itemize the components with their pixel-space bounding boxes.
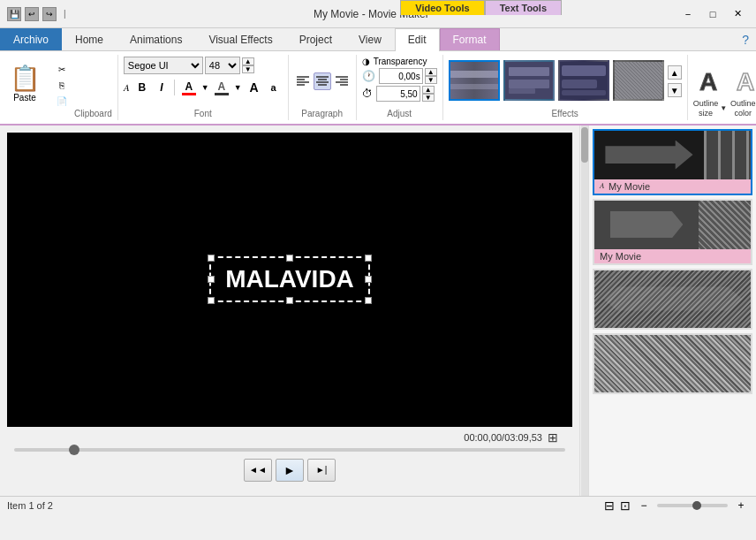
handle-bottom-left[interactable] bbox=[208, 297, 215, 304]
close-button[interactable]: ✕ bbox=[726, 5, 749, 23]
minimize-button[interactable]: − bbox=[677, 5, 699, 23]
effect-item-4[interactable] bbox=[613, 60, 664, 101]
font-size-spinners: ▲ ▼ bbox=[242, 57, 254, 73]
help-icon[interactable]: ? bbox=[742, 33, 749, 47]
text-selection-box[interactable]: MALAVIDA bbox=[209, 256, 370, 302]
font-outline-dropdown[interactable]: ▼ bbox=[234, 83, 242, 92]
handle-top-right[interactable] bbox=[365, 255, 372, 262]
font-size-down[interactable]: ▼ bbox=[242, 65, 254, 73]
thumbnail-item-1[interactable]: 𝐴 My Movie bbox=[593, 129, 752, 195]
outline-size-button[interactable]: A bbox=[694, 60, 726, 99]
effect-preview-1 bbox=[450, 62, 498, 99]
zoom-slider[interactable] bbox=[657, 504, 728, 507]
paste-button[interactable]: 📋 Paste bbox=[5, 58, 44, 108]
align-right-button[interactable] bbox=[333, 72, 351, 90]
handle-bottom-middle[interactable] bbox=[286, 297, 293, 304]
effects-next[interactable]: ▼ bbox=[668, 83, 682, 97]
time1-down[interactable]: ▼ bbox=[425, 76, 437, 84]
time1-up[interactable]: ▲ bbox=[425, 68, 437, 76]
save-icon[interactable]: 💾 bbox=[7, 7, 21, 21]
bold-button[interactable]: B bbox=[133, 79, 151, 96]
zoom-in-button[interactable]: + bbox=[733, 498, 749, 513]
effects-prev[interactable]: ▲ bbox=[668, 65, 682, 80]
cut-button[interactable]: ✂ bbox=[49, 62, 74, 76]
effect-item-1[interactable] bbox=[449, 60, 500, 101]
increase-font-button[interactable]: A bbox=[246, 79, 263, 96]
copy-button[interactable]: ⎘ bbox=[49, 78, 74, 92]
next-frame-button[interactable]: ►| bbox=[307, 459, 336, 482]
time-display: 00:00,00/03:09,53 ⊞ bbox=[14, 430, 565, 445]
outline-size-icon: A bbox=[696, 62, 724, 97]
outline-size-dropdown[interactable]: ▼ bbox=[720, 104, 727, 113]
status-right: ⊟ ⊡ − + bbox=[604, 498, 749, 513]
prev-frame-button[interactable]: ◄◄ bbox=[244, 459, 272, 482]
paste-icon: 📋 bbox=[10, 64, 41, 93]
thumbnail-item-4[interactable] bbox=[593, 333, 752, 394]
video-tools-tab[interactable]: Video Tools bbox=[400, 0, 484, 15]
window-controls: − □ ✕ bbox=[677, 5, 749, 23]
thumbnail-item-3[interactable] bbox=[593, 269, 752, 330]
tab-home[interactable]: Home bbox=[62, 28, 117, 50]
handle-bottom-right[interactable] bbox=[365, 297, 372, 304]
align-center-button[interactable] bbox=[314, 72, 331, 90]
scrollbar-thumb[interactable] bbox=[581, 127, 588, 163]
paste-special-button[interactable]: 📄 bbox=[49, 94, 74, 108]
font-format-row: 𝐴 B I A ▼ A ▼ A a bbox=[124, 79, 283, 96]
clipboard-group: 📋 Paste ✂ ⎘ 📄 Clipboard bbox=[0, 55, 118, 120]
svg-rect-17 bbox=[509, 80, 549, 88]
handle-middle-right[interactable] bbox=[365, 276, 372, 283]
scrubber[interactable] bbox=[14, 448, 565, 452]
transparency-label: Transparency bbox=[374, 57, 427, 66]
tab-format[interactable]: Format bbox=[440, 28, 500, 50]
outline-color-button[interactable]: A bbox=[731, 60, 756, 99]
font-color-picker[interactable]: A bbox=[178, 80, 200, 95]
redo-icon[interactable]: ↪ bbox=[42, 7, 57, 21]
transparency-icon: ◑ bbox=[362, 57, 370, 66]
time2-up[interactable]: ▲ bbox=[422, 86, 435, 94]
effect-item-3[interactable] bbox=[558, 60, 609, 101]
tab-archivo[interactable]: Archivo bbox=[0, 28, 62, 50]
tab-visual-effects[interactable]: Visual Effects bbox=[195, 28, 285, 50]
font-color-dropdown[interactable]: ▼ bbox=[201, 83, 209, 92]
tab-edit[interactable]: Edit bbox=[395, 28, 440, 51]
tab-view[interactable]: View bbox=[345, 28, 395, 50]
play-button[interactable]: ► bbox=[276, 459, 304, 482]
scrollbar-track[interactable] bbox=[581, 125, 588, 496]
zoom-out-button[interactable]: − bbox=[636, 498, 652, 513]
tab-project[interactable]: Project bbox=[286, 28, 345, 50]
view-icon-2[interactable]: ⊡ bbox=[620, 498, 631, 513]
title-bar: 💾 ↩ ↪ | My Movie - Movie Maker Video Too… bbox=[0, 0, 756, 28]
duration-icon: ⏱ bbox=[362, 87, 373, 100]
align-left-button[interactable] bbox=[294, 72, 312, 90]
decrease-font-button[interactable]: a bbox=[265, 79, 283, 96]
undo-icon[interactable]: ↩ bbox=[25, 7, 39, 21]
font-size-select[interactable]: 48 bbox=[205, 57, 240, 74]
font-group: Segoe UI 48 ▲ ▼ 𝐴 B I A ▼ bbox=[118, 55, 289, 120]
font-family-select[interactable]: Segoe UI bbox=[124, 57, 203, 74]
font-color-bar bbox=[182, 93, 196, 95]
handle-middle-left[interactable] bbox=[208, 276, 215, 283]
thumbnail-item-2[interactable]: My Movie bbox=[593, 199, 752, 265]
outline-size-control: A Outline size ▼ bbox=[693, 60, 727, 118]
tab-animations[interactable]: Animations bbox=[117, 28, 195, 50]
effect-item-2[interactable] bbox=[503, 60, 555, 101]
time2-input[interactable] bbox=[376, 86, 420, 102]
time2-down[interactable]: ▼ bbox=[422, 94, 435, 102]
playback-controls: ◄◄ ► ►| bbox=[14, 455, 565, 485]
italic-button[interactable]: I bbox=[153, 79, 170, 96]
font-size-up[interactable]: ▲ bbox=[242, 57, 254, 65]
view-icon-1[interactable]: ⊟ bbox=[604, 498, 615, 513]
svg-rect-21 bbox=[562, 80, 597, 88]
text-tools-tab[interactable]: Text Tools bbox=[485, 0, 562, 15]
adjust-group: ◑ Transparency 🕐 ▲ ▼ ⏱ ▲ ▼ Adjust bbox=[357, 55, 443, 120]
maximize-button[interactable]: □ bbox=[701, 5, 724, 23]
font-outline-color-picker[interactable]: A bbox=[211, 80, 232, 95]
time1-input[interactable] bbox=[379, 68, 423, 84]
expand-icon[interactable]: ⊞ bbox=[548, 430, 558, 445]
handle-top-left[interactable] bbox=[208, 255, 215, 262]
effects-content: ▲ ▼ bbox=[449, 57, 682, 107]
font-label: Font bbox=[194, 107, 212, 118]
zoom-thumb[interactable] bbox=[692, 501, 701, 510]
scrubber-thumb[interactable] bbox=[69, 445, 79, 455]
handle-top-middle[interactable] bbox=[286, 255, 293, 262]
